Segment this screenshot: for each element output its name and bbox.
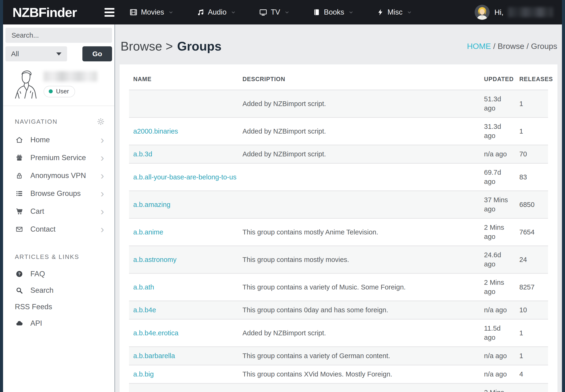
page-title: Browse > Groups bbox=[120, 39, 222, 53]
group-updated: n/a ago bbox=[484, 365, 519, 384]
envelope-icon bbox=[15, 225, 23, 233]
group-description: This group contains a variety. Mostly Fo… bbox=[242, 384, 484, 392]
go-button[interactable]: Go bbox=[82, 46, 112, 61]
group-link[interactable]: a.b.ath bbox=[133, 283, 154, 291]
sidebar-item-cart[interactable]: Cart › bbox=[15, 202, 104, 220]
group-releases: 83 bbox=[519, 163, 548, 191]
sketch-avatar bbox=[14, 69, 37, 98]
chevron-down-icon bbox=[348, 9, 354, 15]
sidebar-item-premium-service[interactable]: Premium Service › bbox=[15, 149, 104, 167]
table-row: a.b.all-your-base-are-belong-to-us 69.7d… bbox=[129, 163, 548, 191]
greeting-text: Hi, bbox=[494, 8, 504, 17]
group-description: Added by NZBimport script. bbox=[242, 118, 484, 145]
sidebar-item-api[interactable]: API bbox=[15, 315, 104, 332]
column-header-updated: UPDATED bbox=[484, 64, 519, 90]
cloud-icon bbox=[15, 320, 23, 327]
table-row: a.b.astronomy This group contains mostly… bbox=[129, 246, 548, 273]
question-circle-icon: ? bbox=[15, 270, 23, 278]
sidebar-item-anonymous-vpn[interactable]: Anonymous VPN › bbox=[15, 167, 104, 185]
chevron-down-icon bbox=[168, 9, 174, 15]
group-description bbox=[242, 163, 484, 191]
group-link[interactable]: a.b.astronomy bbox=[133, 256, 177, 263]
sidebar-item-browse-groups[interactable]: Browse Groups › bbox=[15, 185, 104, 202]
table-row: a.b.amazing 37 Mins ago 6850 bbox=[129, 191, 548, 218]
group-link[interactable]: a.b.anime bbox=[133, 228, 163, 236]
chevron-down-icon bbox=[230, 9, 236, 15]
top-navbar: NZBFinder Movies bbox=[3, 0, 562, 25]
table-row: a2000.binaries Added by NZBimport script… bbox=[129, 118, 548, 145]
user-role-badge: User bbox=[44, 86, 75, 97]
group-updated: 37 Mins ago bbox=[484, 191, 519, 218]
group-link[interactable]: a.b.amazing bbox=[133, 201, 170, 208]
group-releases: 6850 bbox=[519, 191, 548, 218]
category-select[interactable]: All bbox=[5, 46, 67, 61]
nav-item-misc[interactable]: Misc bbox=[377, 8, 412, 16]
home-icon bbox=[15, 136, 23, 144]
breadcrumb: HOME / Browse / Groups bbox=[467, 42, 557, 51]
group-description: This group contains mostly movies. bbox=[242, 246, 484, 273]
groups-table-body: Added by NZBimport script. 51.3d ago 1 a… bbox=[129, 90, 548, 392]
group-link[interactable]: a.b.all-your-base-are-belong-to-us bbox=[133, 173, 236, 181]
tv-icon bbox=[259, 8, 267, 16]
sidebar-navigation: Home › Premium Service › Anonymous VPN › bbox=[3, 125, 114, 238]
group-updated: 24.6d ago bbox=[484, 246, 519, 273]
page-title-prefix: Browse > bbox=[120, 39, 173, 53]
group-link[interactable]: a.b.b4e bbox=[133, 306, 156, 314]
sidebar-item-home[interactable]: Home › bbox=[15, 131, 104, 149]
group-link[interactable]: a.b.big bbox=[133, 370, 154, 378]
hamburger-menu-icon[interactable] bbox=[104, 8, 114, 17]
group-description: This group contains 0day and has some fo… bbox=[242, 301, 484, 319]
table-row: a.b.big This group contains XVid Movies.… bbox=[129, 365, 548, 384]
nav-item-label: TV bbox=[271, 8, 280, 16]
group-updated: 2 Mins ago bbox=[484, 273, 519, 301]
search-input[interactable] bbox=[5, 28, 112, 43]
group-releases: 8257 bbox=[519, 273, 548, 301]
table-row: a.b.b4e This group contains 0day and has… bbox=[129, 301, 548, 319]
sidebar-item-faq[interactable]: ? FAQ bbox=[15, 266, 104, 282]
breadcrumb-trail: / Browse / Groups bbox=[491, 42, 557, 51]
group-link[interactable]: a.b.b4e.erotica bbox=[133, 329, 178, 337]
group-releases: 24 bbox=[519, 246, 548, 273]
group-link[interactable]: a.b.barbarella bbox=[133, 352, 175, 360]
site-logo[interactable]: NZBFinder bbox=[13, 5, 77, 20]
group-updated: 11.5d ago bbox=[484, 319, 519, 347]
group-link[interactable]: a.b.3d bbox=[133, 150, 152, 158]
nav-item-books[interactable]: Books bbox=[313, 8, 354, 16]
group-updated: n/a ago bbox=[484, 145, 519, 163]
group-updated: 31.3d ago bbox=[484, 118, 519, 145]
group-updated: 51.3d ago bbox=[484, 90, 519, 118]
group-releases: 1 bbox=[519, 90, 548, 118]
user-avatar[interactable] bbox=[475, 5, 490, 20]
table-row: a.b.barbarella This group contains a var… bbox=[129, 347, 548, 365]
user-menu[interactable]: Hi, bbox=[475, 5, 553, 20]
cart-icon bbox=[15, 208, 23, 215]
list-icon bbox=[15, 190, 23, 197]
nav-item-movies[interactable]: Movies bbox=[130, 8, 174, 16]
sidebar-item-rss-feeds[interactable]: RSS Feeds bbox=[15, 299, 104, 315]
category-selected-value: All bbox=[11, 50, 19, 58]
table-row: a.b.bloaf This group contains a variety.… bbox=[129, 384, 548, 392]
group-releases: 1 bbox=[519, 319, 548, 347]
column-header-description: DESCRIPTION bbox=[242, 64, 484, 90]
lock-icon bbox=[15, 172, 23, 180]
group-description: This group contains a variety of German … bbox=[242, 347, 484, 365]
table-row: a.b.anime This group contains mostly Ani… bbox=[129, 218, 548, 246]
breadcrumb-home-link[interactable]: HOME bbox=[467, 42, 491, 51]
group-link[interactable]: a2000.binaries bbox=[133, 127, 178, 135]
nav-item-tv[interactable]: TV bbox=[259, 8, 290, 16]
group-description: This group contains a variety of Music. … bbox=[242, 273, 484, 301]
gift-icon bbox=[15, 154, 23, 162]
groups-table-card: NAME DESCRIPTION UPDATED RELEASES Added … bbox=[119, 64, 557, 392]
bolt-icon bbox=[377, 9, 384, 16]
sidebar-item-search[interactable]: Search bbox=[15, 282, 104, 299]
group-updated: n/a ago bbox=[484, 347, 519, 365]
group-description: Added by NZBimport script. bbox=[242, 145, 484, 163]
gear-icon[interactable] bbox=[97, 118, 104, 125]
column-header-releases: RELEASES bbox=[519, 64, 548, 90]
sidebar-links: ? FAQ Search RSS Feeds API bbox=[3, 261, 114, 332]
chevron-right-icon: › bbox=[101, 135, 104, 145]
group-updated: 2 Mins ago bbox=[484, 384, 519, 392]
nav-item-audio[interactable]: Audio bbox=[197, 8, 236, 16]
music-note-icon bbox=[197, 8, 204, 16]
sidebar-item-contact[interactable]: Contact › bbox=[15, 220, 104, 238]
